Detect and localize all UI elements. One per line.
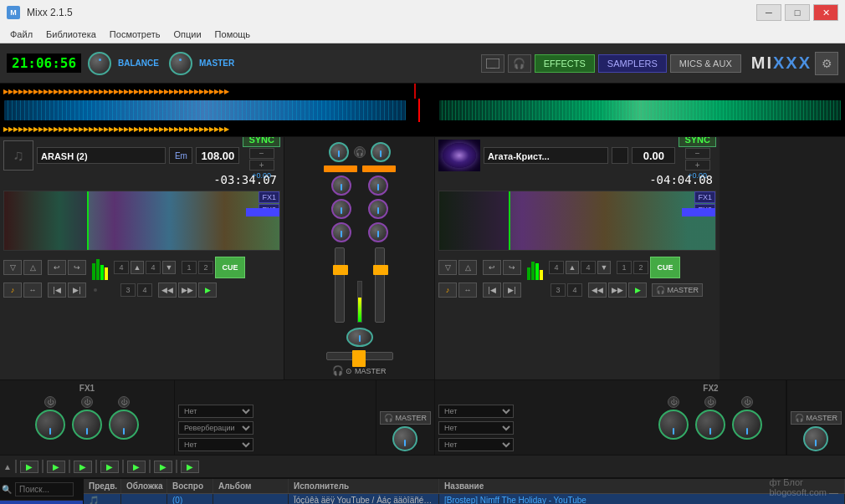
th-album[interactable]: Альбом <box>213 479 289 493</box>
lib-play-btn4[interactable]: ▶ <box>100 461 119 473</box>
overview-main-waveform[interactable] <box>0 99 845 122</box>
deck-left-sync-plus[interactable]: + <box>249 160 274 171</box>
deck-left-next[interactable]: ▶▶ <box>178 283 197 298</box>
fx-left-knob1[interactable] <box>35 410 65 440</box>
deck-left-cue-button[interactable]: CUE <box>215 257 245 278</box>
fx-right-select1[interactable]: Нет <box>438 405 514 418</box>
deck-right-sync-minus[interactable]: − <box>685 148 710 159</box>
fx-right-select2[interactable]: Нет <box>438 421 514 435</box>
mixer-ch2-gain[interactable] <box>362 165 396 172</box>
deck-right-cue-button[interactable]: CUE <box>650 257 680 278</box>
deck-left-nudge-back[interactable]: ↩ <box>48 260 66 275</box>
balance-knob[interactable] <box>88 52 111 75</box>
fx-left-power1[interactable]: ⏻ <box>44 396 56 408</box>
window-controls[interactable]: ─ □ ✕ <box>756 4 838 21</box>
mixer-ch2-hi[interactable] <box>368 176 388 196</box>
deck-right-beat-back[interactable]: |◀ <box>483 283 501 298</box>
deck-right-hcue1[interactable]: 1 <box>617 261 632 274</box>
deck-left-key[interactable]: Em <box>169 147 192 164</box>
deck-left-prev[interactable]: ◀◀ <box>158 283 177 298</box>
deck-left-loop3[interactable]: 3 <box>120 283 136 297</box>
deck-right-loop-up[interactable]: ▲ <box>566 261 579 274</box>
lib-play-btn2[interactable]: ▶ <box>47 461 65 473</box>
deck-left-loop-bar[interactable] <box>246 208 279 216</box>
fx-right-power1[interactable]: ⏻ <box>668 396 679 408</box>
deck-right-bpm[interactable]: 0.00 <box>632 147 675 164</box>
mics-aux-button[interactable]: MICS & AUX <box>670 54 741 73</box>
deck-right-nudge-back[interactable]: ↩ <box>483 260 501 275</box>
mixer-ch2-lo[interactable] <box>368 222 388 242</box>
mixer-ch2-mid[interactable] <box>368 199 388 219</box>
fx-left-knob2[interactable] <box>72 410 102 440</box>
maximize-button[interactable]: □ <box>785 4 810 21</box>
fx-left-select2[interactable]: Реверберации <box>178 421 254 435</box>
deck-left-key-sync[interactable]: ↔ <box>23 283 42 298</box>
deck-left-beat-back[interactable]: |◀ <box>48 283 66 298</box>
deck-right-loop4[interactable]: 4 <box>567 283 582 297</box>
close-button[interactable]: ✕ <box>813 4 838 21</box>
deck-right-loop2[interactable]: 4 <box>581 261 596 274</box>
fx-right-select3[interactable]: Нет <box>438 438 514 451</box>
sidebar-item-local[interactable]: ♫ Дорог... <box>0 501 83 504</box>
lib-play-btn6[interactable]: ▶ <box>154 461 172 473</box>
fx-right-knob2[interactable] <box>695 410 725 440</box>
lib-play-btn5[interactable]: ▶ <box>127 461 146 473</box>
headphone-vol-knob[interactable] <box>392 426 417 451</box>
deck-right-key-sync[interactable]: ↔ <box>458 283 477 298</box>
deck-left-loop-up[interactable]: ▲ <box>131 261 144 274</box>
mixer-ch2-fader[interactable] <box>375 247 385 323</box>
deck-left-forward-button[interactable]: △ <box>23 260 42 275</box>
deck-right-waveform[interactable]: FX1 FX2 <box>438 191 716 251</box>
deck-left-hcue2[interactable]: 2 <box>198 261 213 274</box>
th-artist[interactable]: Исполнитель <box>289 479 439 493</box>
fx-right-power3[interactable]: ⏻ <box>741 396 753 408</box>
fx-right-power2[interactable]: ⏻ <box>704 396 716 408</box>
mixer-headphones-btn[interactable]: 🎧 <box>354 146 366 158</box>
mixer-ch2-knob1[interactable] <box>371 142 391 162</box>
deck-right-prev[interactable]: ◀◀ <box>588 283 607 298</box>
deck-right-beat-fwd[interactable]: ▶| <box>503 283 521 298</box>
lib-play-btn1[interactable]: ▶ <box>20 461 38 473</box>
deck-left-reverse-button[interactable]: ▽ <box>3 260 22 275</box>
table-row-0[interactable]: 🎵 (0) Ïóçûêà äëÿ YouTube / Àáç ääòîäñéèö… <box>84 494 845 504</box>
samplers-button[interactable]: SAMPLERS <box>598 54 667 73</box>
deck-right-nudge-fwd[interactable]: ↪ <box>503 260 521 275</box>
deck-right-key[interactable] <box>612 147 628 164</box>
headphones-icon[interactable]: 🎧 <box>508 54 531 73</box>
deck-right-loop-down[interactable]: ▼ <box>597 261 611 274</box>
mixer-ch1-lo[interactable] <box>331 222 351 242</box>
deck-left-play[interactable]: ▶ <box>198 283 217 298</box>
deck-right-loop-bar[interactable] <box>682 208 715 216</box>
effects-button[interactable]: EFFECTS <box>535 54 595 73</box>
deck-left-fx1-button[interactable]: FX1 <box>259 191 279 203</box>
master-knob[interactable] <box>169 52 192 75</box>
fx-left-power3[interactable]: ⏻ <box>118 396 130 408</box>
overview-waveform[interactable]: ▶▶▶▶▶▶▶▶▶▶▶▶▶▶▶▶▶▶▶▶▶▶▶▶▶▶▶▶▶▶▶▶▶▶▶▶▶▶▶▶… <box>0 84 845 137</box>
fx-right-knob3[interactable] <box>732 410 762 440</box>
fx-right-knob1[interactable] <box>658 410 689 440</box>
deck-right-master-btn[interactable]: 🎧 MASTER <box>652 283 703 297</box>
menu-library[interactable]: Библиотека <box>39 28 103 41</box>
deck-right-next[interactable]: ▶▶ <box>608 283 627 298</box>
deck-right-key-lock[interactable]: ♪ <box>438 283 457 298</box>
fx-left-power2[interactable]: ⏻ <box>81 396 93 408</box>
headphone-master-btn[interactable]: 🎧 MASTER <box>380 411 431 425</box>
menu-view[interactable]: Посмотреть <box>103 28 167 41</box>
deck-left-waveform[interactable]: FX1 FX2 <box>3 191 280 251</box>
th-plays[interactable]: Воспро <box>167 479 213 493</box>
deck-right-loop1[interactable]: 4 <box>549 261 564 274</box>
deck-right-fx1-button[interactable]: FX1 <box>694 191 715 203</box>
lib-expand-btn[interactable]: ▲ <box>3 462 12 471</box>
settings-button[interactable]: ⚙ <box>815 52 838 75</box>
crossfader[interactable] <box>326 352 393 360</box>
menu-file[interactable]: Файл <box>3 28 39 41</box>
search-input[interactable] <box>15 482 74 496</box>
fx-left-knob3[interactable] <box>109 410 139 440</box>
deck-left-loop2[interactable]: 4 <box>146 261 161 274</box>
deck-left-key-lock[interactable]: ♪ <box>3 283 22 298</box>
deck-left-hcue1[interactable]: 1 <box>182 261 197 274</box>
deck-right-sync-plus[interactable]: + <box>685 160 710 171</box>
menu-options[interactable]: Опции <box>167 28 208 41</box>
screen-icon[interactable] <box>481 54 504 73</box>
deck-right-forward[interactable]: △ <box>458 260 477 275</box>
